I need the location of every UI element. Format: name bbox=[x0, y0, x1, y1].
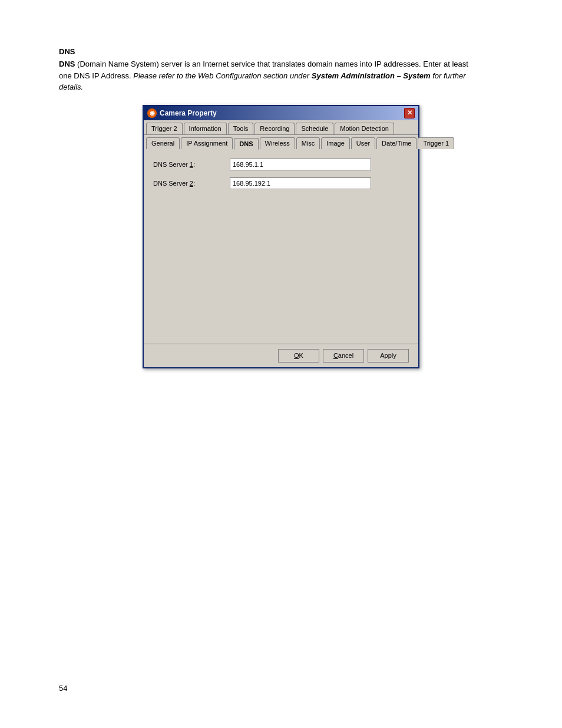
ok-button[interactable]: OK bbox=[278, 349, 319, 363]
dns1-label-underline: 1 bbox=[190, 161, 193, 168]
dns1-row: DNS Server 1: bbox=[153, 159, 409, 170]
body-bold-italic: System Administration – System bbox=[312, 71, 431, 80]
cancel-label: Cancel bbox=[333, 352, 353, 359]
dns1-label: DNS Server 1: bbox=[153, 161, 230, 168]
dialog-wrapper: ◉ Camera Property ✕ Trigger 2 Informatio… bbox=[59, 105, 503, 368]
dialog-footer: OK Cancel Apply bbox=[144, 344, 418, 367]
tab-user[interactable]: User bbox=[351, 137, 375, 149]
tab-trigger2[interactable]: Trigger 2 bbox=[146, 123, 183, 134]
tab-motion-detection[interactable]: Motion Detection bbox=[335, 123, 394, 134]
dialog-tabs-row1: Trigger 2 Information Tools Recording Sc… bbox=[144, 120, 418, 135]
camera-property-dialog: ◉ Camera Property ✕ Trigger 2 Informatio… bbox=[143, 105, 419, 368]
page-number: 54 bbox=[59, 684, 67, 693]
dns2-input[interactable] bbox=[230, 177, 371, 189]
tab-dns[interactable]: DNS bbox=[234, 138, 258, 150]
tab-row-2: General IP Assignment DNS Wireless Misc … bbox=[146, 137, 416, 149]
tab-general[interactable]: General bbox=[146, 137, 180, 149]
tab-recording[interactable]: Recording bbox=[254, 123, 295, 134]
dns2-row: DNS Server 2: bbox=[153, 177, 409, 189]
tab-wireless[interactable]: Wireless bbox=[260, 137, 295, 149]
tab-image[interactable]: Image bbox=[321, 137, 350, 149]
dialog-body: DNS Server 1: DNS Server 2: bbox=[144, 149, 418, 344]
dialog-tabs-row2: General IP Assignment DNS Wireless Misc … bbox=[144, 135, 418, 149]
section-body: DNS (Domain Name System) server is an In… bbox=[59, 58, 471, 93]
ok-label: OK bbox=[294, 352, 303, 359]
apply-button[interactable]: Apply bbox=[368, 349, 409, 363]
dialog-app-icon: ◉ bbox=[147, 108, 157, 118]
body-italic: Please refer to the Web Configuration se… bbox=[133, 71, 312, 80]
dialog-titlebar: ◉ Camera Property ✕ bbox=[144, 106, 418, 120]
body-bold: DNS bbox=[59, 60, 75, 68]
tab-trigger1[interactable]: Trigger 1 bbox=[418, 137, 454, 149]
tab-tools[interactable]: Tools bbox=[228, 123, 254, 134]
dns2-label-underline: 2 bbox=[190, 180, 193, 187]
tab-misc[interactable]: Misc bbox=[296, 137, 320, 149]
tab-information[interactable]: Information bbox=[184, 123, 227, 134]
dns2-label: DNS Server 2: bbox=[153, 180, 230, 187]
titlebar-left: ◉ Camera Property bbox=[147, 108, 217, 118]
apply-label: Apply bbox=[380, 352, 396, 359]
tab-datetime[interactable]: Date/Time bbox=[376, 137, 416, 149]
tab-ip-assignment[interactable]: IP Assignment bbox=[181, 137, 233, 149]
dns1-input[interactable] bbox=[230, 159, 371, 170]
close-button[interactable]: ✕ bbox=[404, 108, 415, 118]
tab-row-1: Trigger 2 Information Tools Recording Sc… bbox=[146, 123, 416, 134]
cancel-button[interactable]: Cancel bbox=[323, 349, 364, 363]
section-title: DNS bbox=[59, 47, 503, 56]
tab-schedule[interactable]: Schedule bbox=[296, 123, 333, 134]
dialog-title: Camera Property bbox=[160, 109, 217, 117]
